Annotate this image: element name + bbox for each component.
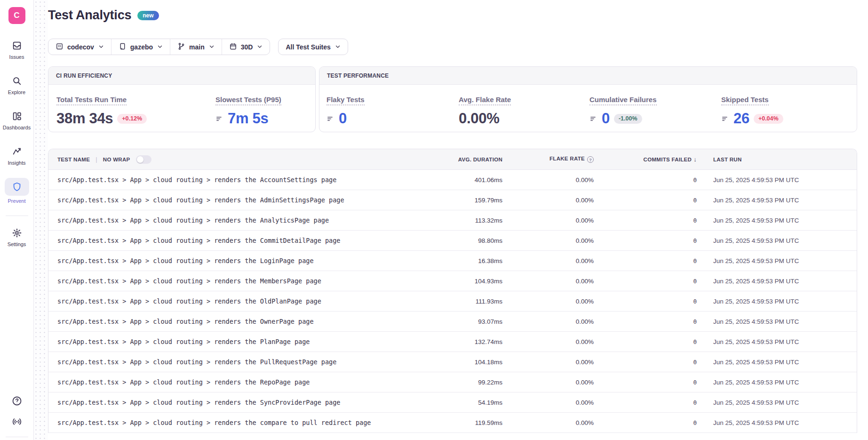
metric-label[interactable]: Avg. Flake Rate: [459, 96, 511, 105]
table-row[interactable]: src/App.test.tsx > App > cloud routing >…: [48, 352, 857, 372]
git-branch-icon: [177, 42, 185, 52]
delta-badge: -1.00%: [614, 114, 642, 124]
filter-funnel-icon[interactable]: [215, 115, 223, 123]
metric-label[interactable]: Skipped Tests: [721, 96, 769, 105]
table-row[interactable]: src/App.test.tsx > App > cloud routing >…: [48, 170, 857, 190]
broadcast-icon[interactable]: [11, 416, 23, 429]
table-row[interactable]: src/App.test.tsx > App > cloud routing >…: [48, 210, 857, 231]
table-row[interactable]: src/App.test.tsx > App > cloud routing >…: [48, 291, 857, 312]
column-commits-failed[interactable]: COMMITS FAILED↓: [594, 156, 697, 163]
last-run: Jun 25, 2025 4:59:53 PM UTC: [697, 217, 857, 224]
last-run: Jun 25, 2025 4:59:53 PM UTC: [697, 197, 857, 204]
flake-rate: 0.00%: [502, 399, 594, 406]
avg-duration: 54.19ms: [441, 399, 502, 406]
filter-funnel-icon[interactable]: [326, 115, 334, 123]
metric-value[interactable]: 7m 5s: [228, 110, 268, 127]
table-row[interactable]: src/App.test.tsx > App > cloud routing >…: [48, 413, 857, 433]
metric-label[interactable]: Total Tests Run Time: [56, 96, 127, 105]
test-name: src/App.test.tsx > App > cloud routing >…: [48, 216, 441, 224]
sidebar-divider: [6, 216, 28, 216]
range-value: 30D: [241, 43, 253, 51]
shield-icon: [11, 181, 23, 192]
last-run: Jun 25, 2025 4:59:53 PM UTC: [697, 379, 857, 386]
commits-failed: 0: [594, 257, 697, 264]
flake-rate: 0.00%: [502, 298, 594, 305]
flake-rate: 0.00%: [502, 318, 594, 325]
no-wrap-toggle[interactable]: [136, 155, 151, 164]
column-avg-duration[interactable]: AVG. DURATION: [441, 157, 502, 162]
metric-label[interactable]: Flaky Tests: [326, 96, 365, 105]
flake-rate: 0.00%: [502, 419, 594, 426]
sidebar-item-insights[interactable]: Insights: [2, 146, 32, 166]
avg-duration: 99.22ms: [441, 379, 502, 386]
metric-flaky-tests: Flaky Tests 0: [319, 96, 452, 127]
table-row[interactable]: src/App.test.tsx > App > cloud routing >…: [48, 372, 857, 392]
sidebar-item-label: Dashboards: [3, 125, 31, 130]
table-row[interactable]: src/App.test.tsx > App > cloud routing >…: [48, 271, 857, 291]
avg-duration: 401.06ms: [441, 176, 502, 184]
metric-value[interactable]: 0: [602, 110, 610, 127]
date-range-selector[interactable]: 30D: [222, 39, 270, 55]
chevron-down-icon: [335, 43, 341, 51]
sidebar-item-prevent[interactable]: Prevent: [2, 181, 32, 204]
flake-rate: 0.00%: [502, 257, 594, 264]
org-selector[interactable]: codecov: [48, 39, 111, 55]
avg-duration: 16.38ms: [441, 257, 502, 264]
chevron-down-icon: [157, 43, 163, 51]
test-suites-selector[interactable]: All Test Suites: [278, 39, 348, 55]
sidebar-item-dashboards[interactable]: Dashboards: [2, 111, 32, 130]
sort-desc-icon: ↓: [693, 156, 697, 163]
header-divider: |: [96, 156, 97, 163]
column-last-run[interactable]: LAST RUN: [697, 157, 857, 162]
test-name: src/App.test.tsx > App > cloud routing >…: [48, 419, 441, 426]
commits-failed: 0: [594, 318, 697, 325]
table-row[interactable]: src/App.test.tsx > App > cloud routing >…: [48, 332, 857, 352]
branch-selector[interactable]: main: [170, 39, 222, 55]
metric-total-tests-run-time: Total Tests Run Time 38m 34s +0.12%: [48, 96, 207, 127]
test-name: src/App.test.tsx > App > cloud routing >…: [48, 237, 441, 244]
sidebar-item-settings[interactable]: Settings: [2, 227, 32, 247]
commits-failed: 0: [594, 419, 697, 426]
sidebar-item-label: Explore: [8, 89, 25, 95]
commits-failed: 0: [594, 379, 697, 386]
sidebar-item-issues[interactable]: Issues: [2, 40, 32, 60]
table-row[interactable]: src/App.test.tsx > App > cloud routing >…: [48, 190, 857, 210]
flake-rate-help-icon[interactable]: ?: [587, 156, 594, 163]
table-row[interactable]: src/App.test.tsx > App > cloud routing >…: [48, 312, 857, 332]
help-icon[interactable]: [11, 395, 23, 408]
commits-failed: 0: [594, 359, 697, 366]
sidebar-item-explore[interactable]: Explore: [2, 75, 32, 95]
sidebar-item-label: Issues: [9, 54, 24, 60]
flake-rate: 0.00%: [502, 338, 594, 345]
last-run: Jun 25, 2025 4:59:53 PM UTC: [697, 318, 857, 325]
page-title: Test Analytics: [48, 8, 131, 23]
test-name: src/App.test.tsx > App > cloud routing >…: [48, 196, 441, 204]
last-run: Jun 25, 2025 4:59:53 PM UTC: [697, 399, 857, 406]
last-run: Jun 25, 2025 4:59:53 PM UTC: [697, 338, 857, 345]
filter-funnel-icon[interactable]: [589, 115, 597, 123]
column-flake-rate[interactable]: FLAKE RATE?: [502, 156, 594, 163]
table-row[interactable]: src/App.test.tsx > App > cloud routing >…: [48, 231, 857, 251]
calendar-icon: [229, 42, 237, 52]
filter-funnel-icon[interactable]: [721, 115, 729, 123]
metric-value[interactable]: 26: [733, 110, 749, 127]
chevron-down-icon: [98, 43, 104, 51]
app-logo[interactable]: C: [8, 7, 25, 24]
repo-selector[interactable]: gazebo: [111, 39, 170, 55]
avg-duration: 132.74ms: [441, 338, 502, 345]
metric-value[interactable]: 0: [339, 110, 347, 127]
table-row[interactable]: src/App.test.tsx > App > cloud routing >…: [48, 392, 857, 413]
commits-failed: 0: [594, 278, 697, 285]
last-run: Jun 25, 2025 4:59:53 PM UTC: [697, 257, 857, 264]
metric-label[interactable]: Slowest Tests (P95): [215, 96, 281, 105]
avg-duration: 111.93ms: [441, 298, 502, 305]
org-value: codecov: [67, 43, 94, 51]
table-row[interactable]: src/App.test.tsx > App > cloud routing >…: [48, 251, 857, 271]
column-test-name[interactable]: TEST NAME: [57, 157, 90, 162]
test-name: src/App.test.tsx > App > cloud routing >…: [48, 297, 441, 305]
no-wrap-label: NO WRAP: [103, 157, 130, 162]
context-filter-group: codecov gazebo: [48, 39, 270, 55]
metric-label[interactable]: Cumulative Failures: [589, 96, 657, 105]
panel-title: TEST PERFORMANCE: [319, 67, 857, 85]
last-run: Jun 25, 2025 4:59:53 PM UTC: [697, 359, 857, 366]
